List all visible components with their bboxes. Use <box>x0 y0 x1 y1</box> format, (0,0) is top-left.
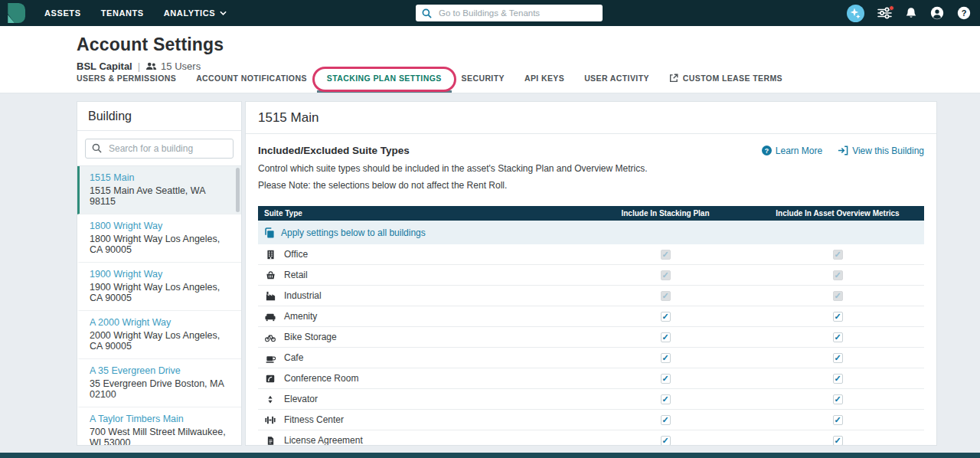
global-search[interactable] <box>416 5 603 21</box>
building-name[interactable]: 1800 Wright Way <box>90 221 232 231</box>
account-icon[interactable] <box>930 6 944 20</box>
building-list-item-a-35-evergreen-drive[interactable]: A 35 Evergreen Drive35 Evergreen Drive B… <box>77 359 241 407</box>
building-list-item-a-2000-wright-way[interactable]: A 2000 Wright Way2000 Wright Way Los Ang… <box>77 311 241 359</box>
building-name[interactable]: A 35 Evergreen Drive <box>90 365 232 376</box>
navbar-right-icons: ? <box>847 0 971 26</box>
checkbox-stacking-fitness-center[interactable]: ✓ <box>661 415 671 425</box>
checkbox-metrics-conference-room[interactable]: ✓ <box>833 374 843 384</box>
suite-row-conference-room: Conference Room✓✓ <box>258 368 924 389</box>
building-name[interactable]: 1900 Wright Way <box>90 269 232 280</box>
fitness-center-icon <box>264 414 276 426</box>
checkbox-stacking-conference-room[interactable]: ✓ <box>661 374 671 384</box>
description-line-2: Please Note: the selections below do not… <box>258 180 924 191</box>
checkbox-stacking-elevator[interactable]: ✓ <box>661 394 671 404</box>
tab-account-notifications[interactable]: ACCOUNT NOTIFICATIONS <box>186 74 317 93</box>
tab-label: SECURITY <box>462 74 505 83</box>
users-icon <box>145 62 157 70</box>
suite-row-amenity: Amenity✓✓ <box>258 306 924 327</box>
checkbox-metrics-license-agreement[interactable]: ✓ <box>833 436 843 446</box>
suite-row-retail: Retail✓✓ <box>258 265 924 286</box>
svg-text:?: ? <box>962 8 967 18</box>
page-header: Account Settings BSL Capital | 15 Users … <box>0 26 980 93</box>
tab-api-keys[interactable]: API KEYS <box>514 74 574 93</box>
stacking-plan-cell: ✓ <box>580 332 751 342</box>
nav-item-analytics[interactable]: ANALYTICS <box>154 0 237 26</box>
suite-name: Retail <box>284 270 308 280</box>
apply-settings-link: Apply settings below to all buildings <box>281 227 426 238</box>
building-list-item-a-taylor-timbers-main[interactable]: A Taylor Timbers Main700 West Mill Stree… <box>77 407 241 446</box>
tab-users-permissions[interactable]: USERS & PERMISSIONS <box>77 74 186 93</box>
page-title: Account Settings <box>77 34 224 55</box>
checkbox-stacking-bike-storage[interactable]: ✓ <box>661 332 671 342</box>
suite-row-license-agreement: License Agreement✓✓ <box>258 430 924 446</box>
building-address: 1800 Wright Way Los Angeles, CA 90005 <box>90 234 232 255</box>
app-logo[interactable] <box>5 3 25 23</box>
checkbox-stacking-office: ✓ <box>661 250 671 260</box>
main-nav-menu: ASSETSTENANTSANALYTICS <box>34 0 237 26</box>
building-name[interactable]: A 2000 Wright Way <box>90 317 232 328</box>
users-count-label: 15 Users <box>161 61 201 72</box>
view-building-link[interactable]: View this Building <box>838 146 924 156</box>
tab-security[interactable]: SECURITY <box>452 74 514 93</box>
suite-row-elevator: Elevator✓✓ <box>258 389 924 410</box>
enter-arrow-icon <box>838 146 848 155</box>
settings-tab-bar: USERS & PERMISSIONSACCOUNT NOTIFICATIONS… <box>77 74 792 93</box>
checkbox-metrics-elevator[interactable]: ✓ <box>833 394 843 404</box>
notifications-bell-icon[interactable] <box>905 7 917 20</box>
separator: | <box>138 61 140 72</box>
stacking-plan-cell: ✓ <box>580 291 751 301</box>
suite-name: Bike Storage <box>284 332 337 342</box>
checkbox-stacking-amenity[interactable]: ✓ <box>661 312 671 322</box>
suite-rows: Office✓✓Retail✓✓Industrial✓✓Amenity✓✓Bik… <box>258 244 924 446</box>
checkbox-metrics-fitness-center[interactable]: ✓ <box>833 415 843 425</box>
overview-metrics-cell: ✓ <box>751 312 924 322</box>
question-circle-icon: ? <box>762 146 772 155</box>
learn-more-link[interactable]: ? Learn More <box>762 146 822 156</box>
global-search-input[interactable] <box>437 8 596 18</box>
preferences-icon[interactable] <box>877 7 892 19</box>
learn-more-label: Learn More <box>776 146 822 156</box>
tab-label: ACCOUNT NOTIFICATIONS <box>196 74 307 83</box>
building-list-item-1515-main[interactable]: 1515 Main1515 Main Ave Seattle, WA 98115 <box>77 166 241 214</box>
tab-custom-lease-terms[interactable]: CUSTOM LEASE TERMS <box>659 74 792 93</box>
building-list-item-1800-wright-way[interactable]: 1800 Wright Way1800 Wright Way Los Angel… <box>77 214 241 263</box>
checkbox-metrics-bike-storage[interactable]: ✓ <box>833 332 843 342</box>
suite-row-industrial: Industrial✓✓ <box>258 286 924 306</box>
building-name[interactable]: A Taylor Timbers Main <box>90 414 232 424</box>
amenity-icon <box>264 311 276 322</box>
nav-item-tenants[interactable]: TENANTS <box>91 0 154 26</box>
sidebar-scrollbar-thumb[interactable] <box>236 168 240 212</box>
ai-assistant-icon[interactable] <box>847 5 864 22</box>
account-subtitle: BSL Capital | 15 Users <box>77 61 201 72</box>
nav-item-assets[interactable]: ASSETS <box>34 0 91 26</box>
suite-row-fitness-center: Fitness Center✓✓ <box>258 410 924 430</box>
suite-label: Office <box>258 249 580 260</box>
building-search-input[interactable] <box>85 139 234 159</box>
overview-metrics-cell: ✓ <box>751 394 924 404</box>
overview-metrics-cell: ✓ <box>751 436 924 446</box>
building-address: 2000 Wright Way Los Angeles, CA 90005 <box>90 330 232 352</box>
checkbox-stacking-retail: ✓ <box>661 270 671 280</box>
retail-icon <box>264 270 276 281</box>
building-name[interactable]: 1515 Main <box>90 172 232 183</box>
suite-label: Elevator <box>258 394 580 405</box>
checkbox-stacking-license-agreement[interactable]: ✓ <box>661 436 671 446</box>
building-address: 700 West Mill Street Milwaukee, WI 53000 <box>90 427 232 446</box>
building-list-item-1900-wright-way[interactable]: 1900 Wright Way1900 Wright Way Los Angel… <box>77 263 241 311</box>
checkbox-metrics-amenity[interactable]: ✓ <box>833 312 843 322</box>
suite-label: Fitness Center <box>258 414 580 426</box>
checkbox-stacking-industrial: ✓ <box>661 291 671 301</box>
tab-stacking-plan-settings[interactable]: STACKING PLAN SETTINGS <box>317 74 452 93</box>
tab-user-activity[interactable]: USER ACTIVITY <box>574 74 659 93</box>
help-icon[interactable]: ? <box>957 6 971 20</box>
suite-name: License Agreement <box>284 435 363 446</box>
checkbox-stacking-cafe[interactable]: ✓ <box>661 353 671 363</box>
suite-label: Amenity <box>258 311 580 322</box>
chevron-down-icon <box>220 11 227 15</box>
stacking-plan-cell: ✓ <box>580 312 751 322</box>
checkbox-metrics-cafe[interactable]: ✓ <box>833 353 843 363</box>
apply-settings-row[interactable]: Apply settings below to all buildings <box>258 221 924 244</box>
top-navbar: ASSETSTENANTSANALYTICS ? <box>0 0 980 26</box>
bike-storage-icon <box>264 332 276 343</box>
suite-name: Conference Room <box>284 373 358 384</box>
